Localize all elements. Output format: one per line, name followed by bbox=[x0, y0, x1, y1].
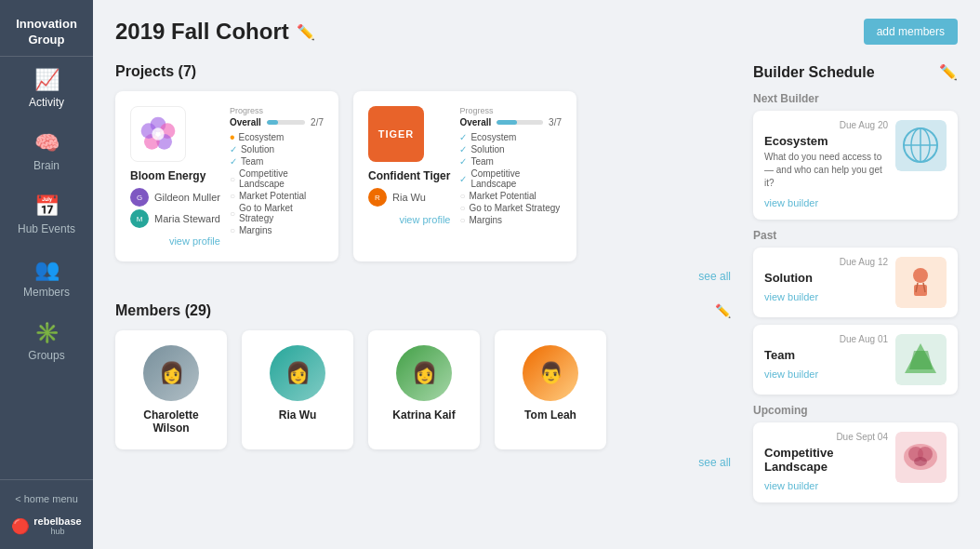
bloom-progress-label: Progress bbox=[230, 106, 324, 115]
checklist-label: Margins bbox=[239, 225, 272, 235]
sidebar-item-activity[interactable]: 📈 Activity bbox=[0, 57, 93, 120]
activity-icon: 📈 bbox=[34, 68, 60, 92]
add-members-button[interactable]: add members bbox=[864, 19, 958, 45]
member-name-ria: Ria Wu bbox=[392, 192, 426, 203]
member-card-katrina: 👩 Katrina Kaif bbox=[368, 330, 480, 449]
project-card-bloom-energy: Bloom Energy G Gildeon Muller M Maria St… bbox=[115, 91, 338, 261]
builder-img-team bbox=[895, 334, 947, 385]
svg-point-5 bbox=[152, 127, 164, 140]
member-name-charolette: Charolette Wilson bbox=[126, 408, 216, 435]
builder-card-solution-title: Solution bbox=[764, 271, 888, 285]
checklist-row: ✓ Team bbox=[230, 155, 324, 167]
empty-icon: ○ bbox=[459, 203, 465, 213]
left-column: Projects (7) bbox=[115, 63, 731, 510]
member-row: R Ria Wu bbox=[368, 188, 450, 207]
member-name-ria: Ria Wu bbox=[279, 408, 316, 422]
checklist-row: ✓ Team bbox=[459, 155, 562, 167]
tiger-progress-bar bbox=[497, 120, 543, 125]
sidebar-item-groups[interactable]: ✳️ Groups bbox=[0, 310, 93, 373]
checklist-label: Solution bbox=[470, 144, 504, 154]
tiger-checklist: ✓ Ecosystem ✓ Solution ✓ Team bbox=[459, 131, 562, 226]
builder-schedule: Builder Schedule ✏️ Next Builder Due Aug… bbox=[753, 63, 958, 502]
builder-due-team: Due Aug 01 bbox=[764, 334, 888, 344]
tiger-progress-count: 3/7 bbox=[549, 117, 562, 127]
home-menu-link[interactable]: < home menu bbox=[7, 488, 86, 510]
projects-see-all-row: see all bbox=[115, 267, 731, 284]
builder-img-competitive bbox=[895, 432, 947, 483]
main-content: 2019 Fall Cohort ✏️ add members Projects… bbox=[93, 0, 980, 549]
member-avatar-maria: M bbox=[130, 209, 149, 228]
checklist-label: Go to Market Strategy bbox=[239, 203, 324, 223]
empty-icon: ○ bbox=[230, 174, 235, 184]
builder-card-ecosystem: Due Aug 20 Ecosystem What do you need ac… bbox=[753, 111, 958, 220]
checklist-row: ○ Margins bbox=[230, 224, 324, 236]
confident-tiger-members: R Ria Wu bbox=[368, 188, 450, 207]
projects-row: Bloom Energy G Gildeon Muller M Maria St… bbox=[115, 91, 731, 261]
title-edit-icon[interactable]: ✏️ bbox=[297, 23, 315, 41]
check-icon: ✓ bbox=[230, 156, 237, 167]
empty-icon: ○ bbox=[230, 191, 235, 201]
members-edit-icon[interactable]: ✏️ bbox=[715, 303, 731, 318]
svg-point-23 bbox=[914, 457, 927, 466]
bloom-energy-name: Bloom Energy bbox=[130, 169, 220, 182]
member-card-ria: 👩 Ria Wu bbox=[242, 330, 353, 449]
checklist-row: ○ Competitive Landscape bbox=[230, 167, 324, 190]
builder-card-team: Due Aug 01 Team view builder bbox=[753, 325, 958, 395]
view-builder-competitive[interactable]: view builder bbox=[764, 480, 818, 491]
checklist-label: Competitive Landscape bbox=[470, 168, 562, 189]
bloom-view-profile[interactable]: view profile bbox=[130, 235, 220, 247]
bloom-energy-members: G Gildeon Muller M Maria Steward bbox=[130, 188, 220, 228]
view-builder-solution[interactable]: view builder bbox=[764, 291, 818, 302]
builder-due-ecosystem: Due Aug 20 bbox=[764, 120, 888, 130]
members-icon: 👥 bbox=[34, 258, 60, 282]
right-column: Builder Schedule ✏️ Next Builder Due Aug… bbox=[753, 63, 958, 510]
builder-due-competitive: Due Sept 04 bbox=[764, 432, 888, 442]
sidebar-item-hub-events[interactable]: 📅 Hub Events bbox=[0, 183, 93, 247]
empty-icon: ○ bbox=[230, 208, 235, 219]
sidebar-item-brain[interactable]: 🧠 Brain bbox=[0, 120, 93, 183]
member-name-katrina: Katrina Kaif bbox=[392, 408, 455, 422]
logo-icon: 🔴 bbox=[11, 517, 30, 535]
checklist-row: ○ Go to Market Strategy bbox=[459, 202, 562, 214]
check-icon: ✓ bbox=[459, 144, 467, 154]
builder-card-team-content: Due Aug 01 Team view builder bbox=[764, 334, 888, 385]
member-avatar-ria: R bbox=[368, 188, 387, 207]
member-name-gildeon: Gildeon Muller bbox=[154, 192, 220, 203]
members-see-all-link[interactable]: see all bbox=[698, 456, 731, 469]
checklist-row: ✓ Solution bbox=[459, 143, 562, 155]
view-builder-team[interactable]: view builder bbox=[764, 368, 818, 380]
checklist-row: ○ Market Potential bbox=[230, 190, 324, 202]
members-row: 👩 Charolette Wilson 👩 Ria Wu 👩 Katrina K… bbox=[115, 330, 731, 449]
checklist-label: Market Potential bbox=[239, 191, 306, 201]
builder-edit-icon[interactable]: ✏️ bbox=[939, 63, 958, 81]
bloom-progress-count: 2/7 bbox=[311, 117, 324, 127]
groups-icon: ✳️ bbox=[34, 321, 60, 345]
check-icon: ✓ bbox=[459, 132, 467, 142]
projects-see-all-link[interactable]: see all bbox=[698, 270, 731, 283]
bloom-checklist: • Ecosystem ✓ Solution ✓ Team bbox=[230, 131, 324, 236]
confident-tiger-name: Confident Tiger bbox=[368, 169, 450, 182]
tiger-overall-row: Overall 3/7 bbox=[459, 117, 562, 127]
bloom-overall-row: Overall 2/7 bbox=[230, 117, 324, 127]
tiger-view-profile[interactable]: view profile bbox=[368, 214, 450, 225]
builder-card-competitive: Due Sept 04 Competitive Landscape view b… bbox=[753, 422, 958, 502]
member-avatar-katrina: 👩 bbox=[396, 345, 452, 401]
builder-due-solution: Due Aug 12 bbox=[764, 257, 888, 267]
member-card-charolette: 👩 Charolette Wilson bbox=[115, 330, 227, 449]
member-avatar-ria-large: 👩 bbox=[270, 345, 325, 401]
checklist-row: ○ Market Potential bbox=[459, 190, 562, 202]
title-group: 2019 Fall Cohort ✏️ bbox=[115, 19, 315, 45]
sidebar-item-label-hub-events: Hub Events bbox=[18, 222, 75, 235]
tiger-progress-label: Progress bbox=[459, 106, 562, 115]
sidebar-item-label-groups: Groups bbox=[28, 349, 64, 362]
sidebar-item-members[interactable]: 👥 Members bbox=[0, 247, 93, 310]
empty-icon: ○ bbox=[459, 191, 465, 201]
builder-card-solution: Due Aug 12 Solution view builder bbox=[753, 248, 958, 317]
checklist-label: Ecosystem bbox=[239, 132, 285, 142]
empty-icon: ○ bbox=[459, 215, 465, 225]
view-builder-ecosystem[interactable]: view builder bbox=[764, 197, 818, 208]
sidebar-item-label-members: Members bbox=[23, 286, 70, 299]
members-section-header: Members (29) ✏️ bbox=[115, 302, 731, 319]
builder-card-competitive-title: Competitive Landscape bbox=[764, 446, 888, 474]
member-name-tom: Tom Leah bbox=[524, 408, 576, 422]
